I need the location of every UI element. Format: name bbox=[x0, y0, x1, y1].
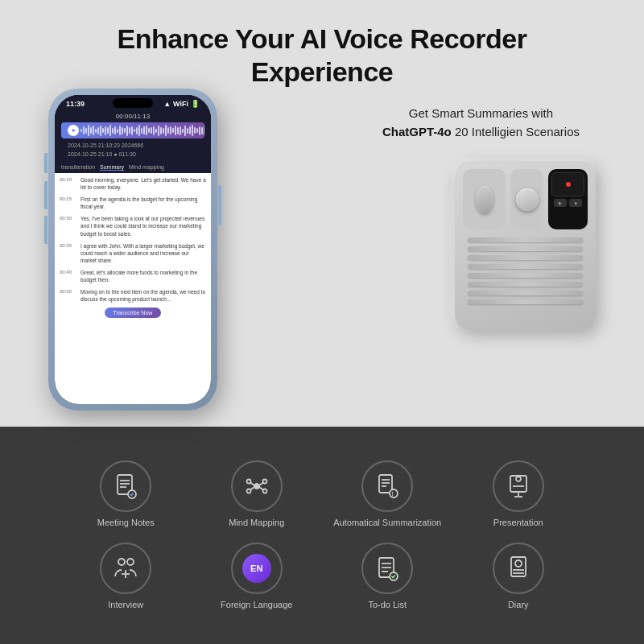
feature-todo: To-do List bbox=[326, 543, 449, 610]
meeting-notes-label: Meeting Notes bbox=[97, 517, 155, 528]
diary-label: Diary bbox=[508, 599, 529, 610]
transcript-entry-5: 00:40 Great, let's allocate more funds t… bbox=[60, 269, 206, 283]
transcribe-button[interactable]: Transcribe Now bbox=[105, 308, 161, 318]
svg-point-25 bbox=[118, 559, 125, 565]
features-grid: Meeting Notes Mind Mapping bbox=[64, 460, 580, 611]
transcript-entry-1: 00:10 Good morning, everyone. Let's get … bbox=[60, 176, 206, 191]
date-info: 2024-10-25 21:10:23 2024666 bbox=[61, 141, 204, 150]
svg-point-8 bbox=[262, 479, 266, 483]
rec-btn-1[interactable]: ▶ bbox=[554, 199, 567, 207]
interview-icon-circle bbox=[100, 543, 151, 594]
transcript-entry-6: 00:50 Moving on to the next item on the … bbox=[60, 288, 206, 303]
feature-presentation: Presentation bbox=[457, 460, 580, 528]
transcript-entry-2: 00:15 First on the agenda is the budget … bbox=[60, 196, 206, 210]
todo-label: To-do List bbox=[368, 599, 407, 610]
bottom-section: Meeting Notes Mind Mapping bbox=[0, 427, 644, 644]
presentation-icon-circle bbox=[493, 460, 544, 512]
mind-mapping-icon-circle bbox=[231, 460, 283, 512]
phone-status-bar: 11:39 ▲WiFi🔋 bbox=[55, 95, 211, 109]
recorder-ribs bbox=[463, 234, 588, 322]
svg-point-7 bbox=[246, 489, 250, 493]
svg-point-9 bbox=[262, 489, 266, 493]
recorder-circle-button[interactable] bbox=[516, 188, 539, 211]
recorder-display bbox=[551, 172, 584, 196]
recorder-panel-left bbox=[463, 169, 506, 229]
todo-icon-circle bbox=[361, 543, 413, 594]
feature-mind-mapping: Mind Mapping bbox=[196, 460, 319, 528]
foreign-language-label: Foreign Language bbox=[221, 599, 292, 610]
recorder-panel-right: ▶ ■ bbox=[548, 169, 588, 229]
svg-point-21 bbox=[516, 477, 521, 481]
presentation-label: Presentation bbox=[493, 517, 543, 528]
main-title: Enhance Your AI Voice Recorder Experienc… bbox=[117, 23, 526, 89]
recorder-device: ▶ ■ bbox=[455, 161, 596, 330]
svg-text:!: ! bbox=[392, 491, 394, 497]
rec-indicator bbox=[566, 182, 571, 187]
svg-point-18 bbox=[390, 489, 398, 497]
tab-summary[interactable]: Summary bbox=[100, 164, 124, 171]
phone-mockup: 11:39 ▲WiFi🔋 00:00/11:13 bbox=[48, 89, 242, 411]
phone-transcript: 00:10 Good morning, everyone. Let's get … bbox=[55, 173, 211, 404]
transcript-entry-3: 00:30 Yes, I've been taking a look at ou… bbox=[60, 215, 206, 237]
feature-meeting-notes: Meeting Notes bbox=[64, 460, 188, 528]
feature-diary: Diary bbox=[457, 543, 580, 610]
svg-line-13 bbox=[259, 487, 263, 490]
svg-point-6 bbox=[246, 479, 250, 483]
en-badge: EN bbox=[242, 554, 271, 583]
recorder-panel-middle bbox=[510, 169, 543, 229]
svg-point-35 bbox=[515, 560, 522, 567]
meeting-notes-icon-circle bbox=[100, 460, 151, 512]
phone-tabs: transliteration Summary Mind mapping bbox=[55, 162, 211, 173]
svg-line-11 bbox=[250, 487, 254, 490]
headline: Enhance Your AI Voice Recorder Experienc… bbox=[117, 0, 526, 89]
date-info2: 2024-10-25 21:10 ● 011:30 bbox=[61, 150, 204, 159]
feature-foreign-language: EN Foreign Language bbox=[196, 543, 319, 610]
svg-point-5 bbox=[254, 484, 259, 489]
diary-icon-circle bbox=[493, 543, 544, 594]
interview-label: Interview bbox=[108, 599, 143, 610]
top-section: Enhance Your AI Voice Recorder Experienc… bbox=[0, 0, 644, 427]
feature-interview: Interview bbox=[64, 543, 188, 610]
rec-btn-2[interactable]: ■ bbox=[569, 199, 582, 207]
mind-mapping-label: Mind Mapping bbox=[229, 517, 284, 528]
audio-time: 00:00/11:13 bbox=[61, 113, 204, 120]
waveform bbox=[61, 122, 204, 138]
transcript-entry-4: 00:35 I agree with John. With a larger m… bbox=[60, 242, 206, 264]
svg-point-26 bbox=[127, 559, 134, 565]
foreign-language-icon-circle: EN bbox=[231, 543, 283, 594]
recorder-oval-button[interactable] bbox=[476, 186, 493, 213]
svg-line-12 bbox=[259, 482, 263, 485]
tab-transliteration[interactable]: transliteration bbox=[61, 164, 95, 171]
tab-mindmapping[interactable]: Mind mapping bbox=[129, 164, 164, 171]
subtitle: Get Smart Summaries with ChatGPT-4o 20 I… bbox=[382, 105, 580, 141]
auto-summary-label: Automatical Summarization bbox=[333, 517, 441, 528]
auto-summary-icon-circle: ! bbox=[361, 460, 413, 512]
svg-rect-14 bbox=[379, 475, 392, 493]
svg-line-10 bbox=[250, 482, 254, 485]
feature-auto-summary: ! Automatical Summarization bbox=[326, 460, 449, 528]
svg-rect-20 bbox=[510, 476, 526, 492]
